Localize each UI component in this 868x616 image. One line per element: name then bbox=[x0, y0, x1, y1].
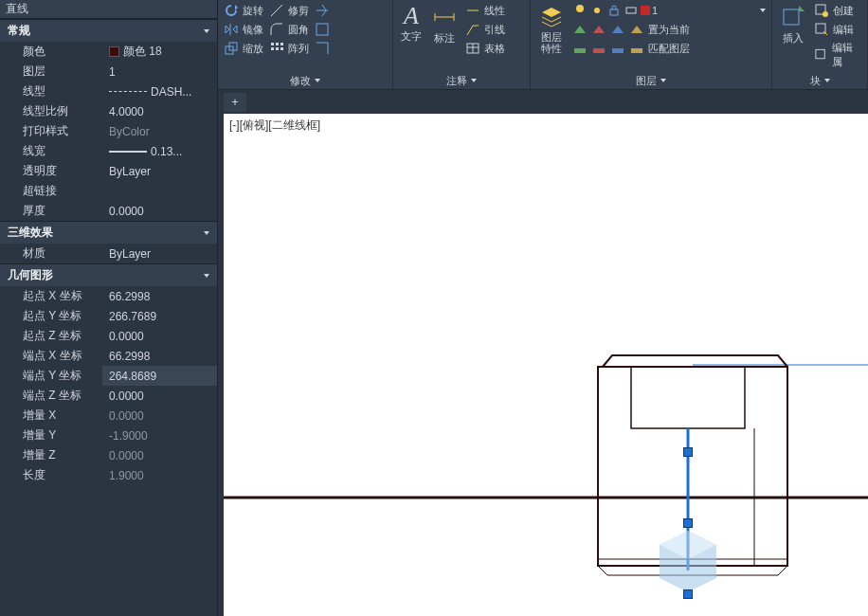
prop-linetype[interactable]: 线型DASH... bbox=[0, 82, 217, 101]
chevron-down-icon bbox=[760, 9, 766, 12]
prop-starty[interactable]: 起点 Y 坐标266.7689 bbox=[0, 306, 217, 326]
panel-block-label[interactable]: 块 bbox=[772, 72, 867, 89]
model-viewport[interactable]: [-][俯视][二维线框] bbox=[224, 114, 868, 616]
prop-layer-value: 1 bbox=[102, 62, 217, 82]
cmd-minor3[interactable] bbox=[313, 40, 332, 57]
panel-layers-label[interactable]: 图层 bbox=[531, 72, 771, 89]
layer-combo[interactable]: 1 bbox=[570, 2, 768, 19]
svg-rect-4 bbox=[280, 43, 283, 45]
prop-length-value: 1.9000 bbox=[102, 465, 217, 485]
cmd-rotate[interactable]: 旋转 bbox=[222, 2, 265, 19]
prop-plotstyle-name: 打印样式 bbox=[0, 123, 102, 139]
cmd-linetype[interactable]: 线性 bbox=[463, 2, 507, 19]
prop-transparency-name: 透明度 bbox=[0, 163, 102, 179]
prop-color-value: 颜色 18 bbox=[123, 44, 162, 60]
grip-start[interactable] bbox=[683, 447, 693, 457]
cmd-minor1[interactable] bbox=[313, 2, 332, 19]
state1-icon bbox=[572, 22, 588, 37]
properties-panel: 直线 常规 颜色颜色 18 图层1 线型DASH... 线型比例4.0000 打… bbox=[0, 0, 218, 616]
create-icon bbox=[814, 3, 829, 18]
svg-rect-17 bbox=[631, 48, 642, 53]
cmd-text[interactable]: A 文字 bbox=[397, 2, 425, 45]
svg-rect-18 bbox=[784, 9, 799, 25]
prop-transparency[interactable]: 透明度ByLayer bbox=[0, 161, 217, 181]
prop-material[interactable]: 材质ByLayer bbox=[0, 244, 217, 263]
prop-plotstyle[interactable]: 打印样式ByColor bbox=[0, 121, 217, 141]
prop-deltay-value: -1.9000 bbox=[102, 426, 217, 445]
prop-deltax[interactable]: 增量 X0.0000 bbox=[0, 406, 217, 426]
prop-startx-value: 66.2998 bbox=[102, 286, 217, 306]
prop-startx[interactable]: 起点 X 坐标66.2998 bbox=[0, 286, 217, 306]
cmd-array[interactable]: 阵列 bbox=[267, 40, 311, 57]
color-swatch bbox=[109, 46, 119, 57]
prop-transparency-value: ByLayer bbox=[102, 161, 217, 181]
prop-ltscale[interactable]: 线型比例4.0000 bbox=[0, 101, 217, 121]
group-3d[interactable]: 三维效果 bbox=[0, 221, 217, 244]
cmd-mirror[interactable]: 镜像 bbox=[222, 21, 265, 38]
cmd-create-label: 创建 bbox=[833, 4, 854, 18]
prop-hyperlink-value bbox=[102, 181, 217, 201]
prop-deltay-name: 增量 Y bbox=[0, 427, 102, 444]
prop-thickness[interactable]: 厚度0.0000 bbox=[0, 201, 217, 221]
cmd-create[interactable]: 创建 bbox=[812, 2, 863, 19]
cmd-edit[interactable]: 编辑 bbox=[812, 21, 863, 38]
panel-modify-label[interactable]: 修改 bbox=[218, 72, 392, 89]
cmd-rotate-label: 旋转 bbox=[243, 4, 263, 18]
prop-hyperlink[interactable]: 超链接 bbox=[0, 181, 217, 201]
prop-startz[interactable]: 起点 Z 坐标0.0000 bbox=[0, 326, 217, 346]
cmd-minor2[interactable] bbox=[313, 21, 332, 38]
sun-icon bbox=[589, 3, 605, 18]
cmd-editattr[interactable]: 编辑属 bbox=[812, 40, 863, 70]
prop-deltaz[interactable]: 增量 Z0.0000 bbox=[0, 445, 217, 465]
cmd-fillet[interactable]: 圆角 bbox=[267, 21, 311, 38]
cmd-leader[interactable]: 引线 bbox=[463, 21, 507, 38]
prop-color[interactable]: 颜色颜色 18 bbox=[0, 42, 217, 62]
cmd-insert[interactable]: 插入 bbox=[776, 2, 810, 47]
cmd-table[interactable]: 表格 bbox=[463, 40, 507, 57]
tab-add[interactable]: + bbox=[224, 93, 246, 112]
chevron-down-icon bbox=[660, 79, 666, 82]
cmd-linetype-label: 线性 bbox=[484, 4, 505, 18]
svg-rect-14 bbox=[574, 48, 586, 53]
cmd-scale-label: 缩放 bbox=[243, 42, 263, 56]
cmd-dim[interactable]: 标注 bbox=[427, 2, 461, 47]
layer-combo-value: 1 bbox=[652, 5, 758, 16]
layer-state-row[interactable]: 置为当前 bbox=[570, 21, 768, 38]
prop-endz[interactable]: 端点 Z 坐标0.0000 bbox=[0, 386, 217, 406]
prop-deltay[interactable]: 增量 Y-1.9000 bbox=[0, 426, 217, 445]
grip-end[interactable] bbox=[683, 589, 693, 599]
prop-linetype-name: 线型 bbox=[0, 83, 102, 100]
cmd-layer-props[interactable]: 图层 特性 bbox=[534, 2, 569, 56]
prop-endy[interactable]: 端点 Y 坐标264.8689 bbox=[0, 366, 217, 386]
match2-icon bbox=[591, 41, 606, 56]
panel-annotate-label[interactable]: 注释 bbox=[393, 72, 530, 89]
prop-layer[interactable]: 图层1 bbox=[0, 62, 217, 82]
layout-tabs: + bbox=[218, 90, 868, 114]
cmd-trim[interactable]: 修剪 bbox=[267, 2, 311, 19]
prop-starty-name: 起点 Y 坐标 bbox=[0, 308, 102, 324]
grip-mid[interactable] bbox=[683, 518, 693, 528]
svg-rect-15 bbox=[593, 48, 605, 53]
group-geometry[interactable]: 几何图形 bbox=[0, 263, 217, 286]
minor-icon bbox=[315, 3, 330, 18]
prop-length[interactable]: 长度1.9000 bbox=[0, 465, 217, 485]
cmd-text-label: 文字 bbox=[401, 29, 422, 44]
object-type-combo[interactable]: 直线 bbox=[0, 0, 217, 19]
prop-deltaz-value: 0.0000 bbox=[102, 445, 217, 465]
prop-endx[interactable]: 端点 X 坐标66.2998 bbox=[0, 346, 217, 366]
panel-block: 插入 创建 编辑 编辑属 块 bbox=[772, 0, 868, 89]
prop-lineweight[interactable]: 线宽0.13... bbox=[0, 141, 217, 161]
group-general[interactable]: 常规 bbox=[0, 19, 217, 42]
svg-rect-26 bbox=[631, 367, 745, 428]
layer-color-swatch bbox=[641, 6, 650, 15]
cmd-scale[interactable]: 缩放 bbox=[222, 40, 265, 57]
prop-material-name: 材质 bbox=[0, 245, 102, 262]
prop-lineweight-name: 线宽 bbox=[0, 143, 102, 159]
layer-match-row[interactable]: 匹配图层 bbox=[570, 40, 768, 57]
drawing-svg bbox=[224, 114, 868, 616]
prop-color-name: 颜色 bbox=[0, 44, 102, 60]
state2-icon bbox=[591, 22, 606, 37]
prop-starty-value: 266.7689 bbox=[102, 306, 217, 326]
prop-startx-name: 起点 X 坐标 bbox=[0, 288, 102, 304]
panel-annotate: A 文字 标注 线性 引线 表格 注释 bbox=[393, 0, 531, 89]
